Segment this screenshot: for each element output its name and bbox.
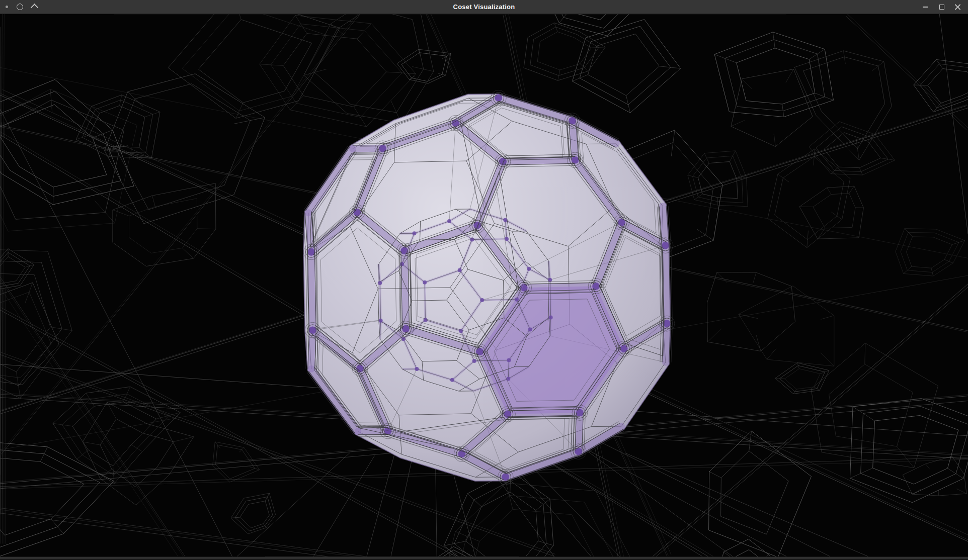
circle-icon[interactable] <box>17 4 23 10</box>
titlebar[interactable]: Coset Visualization <box>0 0 968 14</box>
close-button[interactable] <box>954 3 961 11</box>
window-resize-edge[interactable] <box>0 556 968 559</box>
close-icon <box>954 4 961 10</box>
status-dot-icon <box>6 6 8 8</box>
viz-canvas[interactable] <box>0 14 968 556</box>
app-window: Coset Visualization <box>0 0 968 560</box>
minimize-icon <box>923 7 928 8</box>
titlebar-window-controls <box>922 3 968 11</box>
chevron-up-icon[interactable] <box>31 4 39 12</box>
minimize-button[interactable] <box>922 3 929 11</box>
maximize-button[interactable] <box>938 3 945 11</box>
titlebar-left-controls <box>0 4 37 10</box>
maximize-icon <box>939 5 944 10</box>
window-title: Coset Visualization <box>0 0 968 14</box>
